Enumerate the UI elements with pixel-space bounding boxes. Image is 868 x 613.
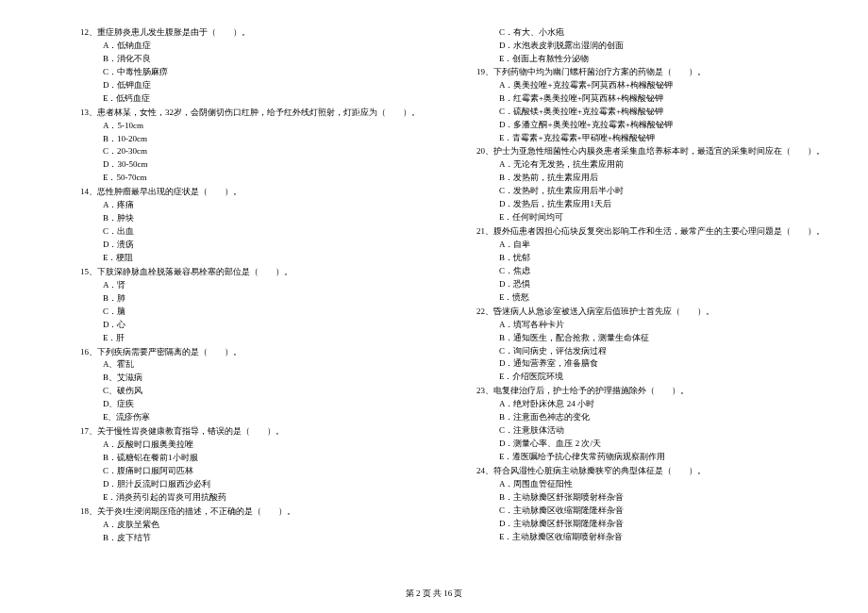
question-option: C、破伤风 (80, 385, 420, 398)
question-title: 17、关于慢性胃炎健康教育指导，错误的是（ ）。 (80, 425, 420, 439)
question-option: B．忧郁 (476, 252, 825, 265)
question: 13、患者林某，女性，32岁，会阴侧切伤口红肿，给予红外线灯照射，灯距应为（ ）… (80, 107, 420, 186)
question-option: D．恐惧 (476, 278, 825, 291)
question-title: 23、电复律治疗后，护士给予的护理措施除外（ ）。 (476, 385, 825, 398)
question-option: D．低钾血症 (80, 79, 420, 92)
question-option: A．疼痛 (80, 199, 420, 212)
question-title: 15、下肢深静脉血栓脱落最容易栓塞的部位是（ ）。 (80, 266, 420, 279)
question-option: D．水泡表皮剥脱露出湿润的创面 (476, 40, 825, 53)
question-option: E．介绍医院环境 (476, 371, 825, 384)
question-option: E．任何时间均可 (476, 211, 825, 224)
question-option: D、症疾 (80, 398, 420, 411)
question: 20、护士为亚急性细菌性心内膜炎患者采集血培养标本时，最适宜的采集时间应在（ ）… (476, 145, 825, 224)
question-option: C．脑 (80, 306, 420, 319)
question: 16、下列疾病需要严密隔离的是（ ）。A、霍乱B、艾滋病C、破伤风D、症疾E、流… (80, 346, 420, 425)
question-option: B．注意面色神志的变化 (476, 411, 825, 424)
question-option: E．青霉素+克拉霉素+甲硝唑+枸橼酸铋钾 (476, 132, 825, 145)
question-option: C．20-30cm (80, 145, 420, 158)
question-option: A．低钠血症 (80, 40, 420, 53)
question-option: E．肝 (80, 332, 420, 345)
question-title: 21、腹外疝患者因担心疝块反复突出影响工作和生活，最常产生的主要心理问题是（ ）… (476, 225, 825, 239)
question: 22、昏迷病人从急诊室被送入病室后值班护士首先应（ ）。A．填写各种卡片B．通知… (476, 306, 825, 385)
question-option: D．胆汁反流时口服西沙必利 (80, 478, 420, 491)
question-option: C．有大、小水疱 (476, 26, 825, 40)
question-option: C．中毒性肠麻痹 (80, 66, 420, 79)
question-option: A．绝对卧床休息 24 小时 (476, 398, 825, 411)
question-option: A．自卑 (476, 239, 825, 252)
question-option: E．消炎药引起的胃炎可用抗酸药 (80, 491, 420, 505)
question-option: E．主动脉瓣区收缩期喷射样杂音 (476, 531, 825, 544)
question-title: 18、关于炎I生浸润期压疮的描述，不正确的是（ ）。 (80, 505, 420, 519)
question-title: 12、重症肺炎患儿发生腹胀是由于（ ）。 (80, 26, 420, 40)
question-option: A．奥美拉唑+克拉霉素+阿莫西林+枸橼酸铋钾 (476, 79, 825, 92)
question-title: 19、下列药物中均为幽门螺杆菌治疗方案的药物是（ ）。 (476, 66, 825, 79)
question: 12、重症肺炎患儿发生腹胀是由于（ ）。A．低钠血症B．消化不良C．中毒性肠麻痹… (80, 26, 420, 106)
question-option: C．腹痛时口服阿司匹林 (80, 465, 420, 478)
question-option: B．红霉素+奥美拉唑+阿莫西林+枸橼酸铋钾 (476, 92, 825, 106)
question-option: D．多潘立酮+奥美拉唑+克拉霉素+枸橼酸铋钾 (476, 119, 825, 132)
question: 24、符合风湿性心脏病主动脉瓣狭窄的典型体征是（ ）。A．周围血管征阳性B．主动… (476, 465, 825, 544)
question: 17、关于慢性胃炎健康教育指导，错误的是（ ）。A．反酸时口服奥美拉唑B．硫糖铝… (80, 425, 420, 505)
question-title: 16、下列疾病需要严密隔离的是（ ）。 (80, 346, 420, 359)
question-title: 14、恶性肿瘤最早出现的症状是（ ）。 (80, 186, 420, 199)
question-option: A．5-10cm (80, 120, 420, 133)
question-option: D．发热后，抗生素应用1天后 (476, 198, 825, 211)
question-option: C．发热时，抗生素应用后半小时 (476, 185, 825, 198)
question-option: E．梗阻 (80, 252, 420, 265)
question: 18、关于炎I生浸润期压疮的描述，不正确的是（ ）。A．皮肤呈紫色B．皮下结节 (80, 505, 420, 545)
question-option: A、霍乱 (80, 358, 420, 372)
question-option: A．肾 (80, 279, 420, 292)
left-column: 12、重症肺炎患儿发生腹胀是由于（ ）。A．低钠血症B．消化不良C．中毒性肠麻痹… (80, 26, 420, 569)
question-option: C．注意肢体活动 (476, 424, 825, 438)
question-title: 13、患者林某，女性，32岁，会阴侧切伤口红肿，给予红外线灯照射，灯距应为（ ）… (80, 107, 420, 120)
question-option: E．低钙血症 (80, 92, 420, 106)
question: 15、下肢深静脉血栓脱落最容易栓塞的部位是（ ）。A．肾B．肺C．脑D．心E．肝 (80, 266, 420, 345)
question-option: C．出血 (80, 225, 420, 239)
page-footer: 第 2 页 共 16 页 (0, 588, 868, 600)
question-option: B．通知医生，配合抢救，测量生命体征 (476, 332, 825, 345)
content-columns: 12、重症肺炎患儿发生腹胀是由于（ ）。A．低钠血症B．消化不良C．中毒性肠麻痹… (80, 26, 802, 569)
question: 23、电复律治疗后，护士给予的护理措施除外（ ）。A．绝对卧床休息 24 小时B… (476, 385, 825, 464)
question-option: C．焦虑 (476, 265, 825, 278)
question-option: D．30-50cm (80, 158, 420, 172)
question-option: C．主动脉瓣区收缩期隆隆样杂音 (476, 505, 825, 518)
question-option: E．50-70cm (80, 172, 420, 185)
question-option: A．周围血管征阳性 (476, 478, 825, 491)
question-option: A．皮肤呈紫色 (80, 519, 420, 532)
question-option: E．创面上有脓性分泌物 (476, 53, 825, 66)
question-option: D．主动脉瓣区舒张期隆隆样杂音 (476, 518, 825, 531)
question-option: C．询问病史，评估发病过程 (476, 345, 825, 358)
question-option: E．遵医嘱给予抗心律失常药物病观察副作用 (476, 451, 825, 464)
question: 19、下列药物中均为幽门螺杆菌治疗方案的药物是（ ）。A．奥美拉唑+克拉霉素+阿… (476, 66, 825, 145)
question-option: E．愤怒 (476, 291, 825, 305)
question-option: B．10-20cm (80, 133, 420, 146)
question-option: B、艾滋病 (80, 372, 420, 385)
question-option: B．发热前，抗生素应用后 (476, 172, 825, 185)
question-option: B．肺 (80, 292, 420, 306)
question-option: C．硫酸镁+奥美拉唑+克拉霉素+枸橼酸铋钾 (476, 106, 825, 119)
question: 21、腹外疝患者因担心疝块反复突出影响工作和生活，最常产生的主要心理问题是（ ）… (476, 225, 825, 305)
question-option: A．无论有无发热，抗生素应用前 (476, 158, 825, 172)
question-option: B．肿块 (80, 212, 420, 225)
question-option: B．皮下结节 (80, 532, 420, 545)
question-option: B．消化不良 (80, 53, 420, 66)
question-title: 20、护士为亚急性细菌性心内膜炎患者采集血培养标本时，最适宜的采集时间应在（ ）… (476, 145, 825, 158)
question-option: A．反酸时口服奥美拉唑 (80, 439, 420, 452)
question-option: E、流疹伤寒 (80, 411, 420, 424)
right-column: C．有大、小水疱D．水泡表皮剥脱露出湿润的创面E．创面上有脓性分泌物19、下列药… (476, 26, 825, 569)
question-option: A．填写各种卡片 (476, 319, 825, 332)
question-option: B．主动脉瓣区舒张期喷射样杂音 (476, 491, 825, 505)
question-option: D．心 (80, 319, 420, 332)
question-option: D．通知营养室，准备膳食 (476, 357, 825, 371)
question-title: 22、昏迷病人从急诊室被送入病室后值班护士首先应（ ）。 (476, 306, 825, 319)
question-title: 24、符合风湿性心脏病主动脉瓣狭窄的典型体征是（ ）。 (476, 465, 825, 478)
question-option: D．测量心率、血压 2 次/天 (476, 438, 825, 451)
question-option: B．硫糖铝在餐前1小时服 (80, 452, 420, 465)
question-option: D．溃疡 (80, 239, 420, 252)
question: 14、恶性肿瘤最早出现的症状是（ ）。A．疼痛B．肿块C．出血D．溃疡E．梗阻 (80, 186, 420, 265)
